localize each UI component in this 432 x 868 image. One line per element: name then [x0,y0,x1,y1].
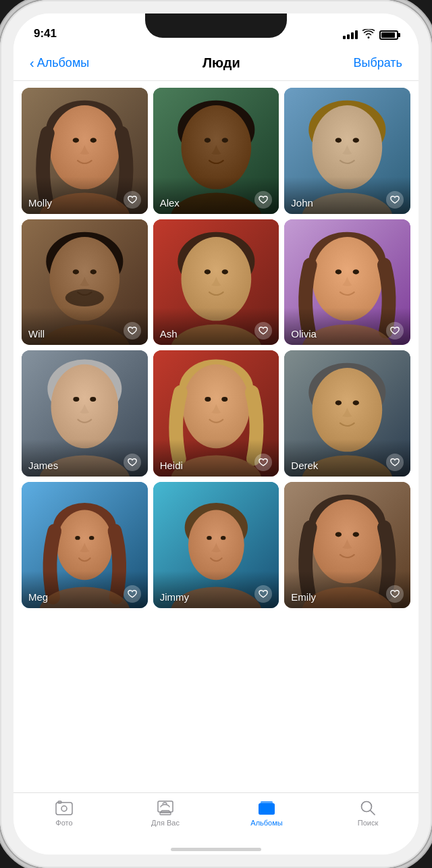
person-cell-meg[interactable]: Meg [22,482,148,608]
heart-button-james[interactable] [124,454,141,471]
person-cell-john[interactable]: John [284,88,410,214]
svg-rect-78 [259,803,275,815]
photo-overlay-john: John [284,177,410,214]
photo-overlay-derek: Derek [284,439,410,477]
person-cell-jimmy[interactable]: Jimmy [153,482,279,608]
svg-point-75 [61,806,67,811]
person-cell-alex[interactable]: Alex [153,88,279,214]
person-cell-james[interactable]: James [22,350,148,477]
svg-rect-79 [261,801,273,805]
svg-rect-73 [56,803,72,815]
tab-albums-label: Альбомы [250,819,282,827]
person-name-heidi: Heidi [160,460,183,471]
signal-bar-3 [351,32,354,39]
heart-button-will[interactable] [124,322,141,340]
svg-point-21 [73,269,79,274]
person-name-ash: Ash [160,328,178,340]
person-cell-will[interactable]: Will [22,219,148,346]
person-name-derek: Derek [291,460,318,471]
select-button[interactable]: Выбрать [353,56,402,70]
person-cell-heidi[interactable]: Heidi [153,350,279,477]
svg-point-29 [221,269,227,274]
battery-fill [381,32,395,38]
photo-overlay-jimmy: Jimmy [153,571,279,608]
back-button[interactable]: ‹ Альбомы [30,56,89,71]
photo-overlay-emily: Emily [284,571,410,608]
heart-button-john[interactable] [386,191,404,209]
svg-point-65 [221,536,225,540]
tab-search[interactable]: Поиск [344,800,392,827]
home-bar [171,848,261,851]
person-cell-olivia[interactable]: Olivia [284,219,410,346]
phone-screen: 9:41 [14,13,418,855]
svg-point-4 [90,138,97,142]
tab-photos-label: Фото [55,819,72,827]
person-name-alex: Alex [160,197,180,209]
foryou-icon [156,800,175,816]
svg-point-35 [353,269,359,274]
home-indicator [14,849,418,855]
photo-overlay-heidi: Heidi [153,439,279,477]
person-cell-derek[interactable]: Derek [284,350,410,477]
svg-point-9 [204,138,210,142]
tab-albums[interactable]: Альбомы [243,800,290,827]
svg-point-64 [207,536,211,540]
person-name-molly: Molly [28,197,52,209]
photo-overlay-olivia: Olivia [284,308,410,345]
tab-bar: Фото Для Вас [14,792,418,849]
svg-point-41 [90,397,96,402]
tab-foryou-label: Для Вас [151,819,180,827]
photo-overlay-molly: Molly [22,177,148,214]
search-icon [358,800,377,816]
svg-line-81 [371,811,375,815]
svg-point-10 [221,138,227,142]
person-cell-ash[interactable]: Ash [153,219,279,346]
heart-button-emily[interactable] [386,585,404,603]
status-icons [343,29,398,42]
svg-point-3 [73,138,79,142]
heart-button-heidi[interactable] [254,454,272,471]
signal-bar-1 [343,36,346,39]
content-area: Molly [14,81,418,792]
svg-point-28 [204,269,210,274]
page-title: Люди [202,55,240,71]
svg-point-47 [221,397,227,402]
albums-icon [257,800,276,816]
person-cell-molly[interactable]: Molly [22,88,148,214]
heart-button-meg[interactable] [124,585,141,603]
svg-point-22 [90,269,97,274]
heart-button-ash[interactable] [254,322,272,340]
person-name-meg: Meg [28,591,48,603]
photo-overlay-meg: Meg [22,571,148,608]
battery-icon [379,30,398,40]
tab-photos[interactable]: Фото [40,800,88,827]
person-name-olivia: Olivia [291,328,317,340]
svg-point-40 [73,397,79,402]
svg-point-15 [335,138,342,142]
photo-overlay-james: James [22,439,148,477]
nav-bar: ‹ Альбомы Люди Выбрать [14,46,418,81]
tab-foryou[interactable]: Для Вас [142,800,189,827]
heart-button-derek[interactable] [386,454,404,471]
svg-point-34 [335,269,342,274]
heart-button-molly[interactable] [124,191,141,209]
heart-button-olivia[interactable] [386,322,404,340]
people-grid: Molly [22,88,410,608]
svg-point-16 [353,138,359,142]
signal-bar-2 [347,34,350,39]
svg-point-59 [89,536,94,540]
person-cell-emily[interactable]: Emily [284,482,410,608]
person-name-john: John [291,197,313,209]
svg-point-52 [335,400,342,405]
signal-bars-icon [343,30,358,39]
svg-rect-77 [160,813,171,815]
person-name-james: James [28,460,58,471]
heart-button-alex[interactable] [254,191,272,209]
photo-overlay-alex: Alex [153,177,279,214]
chevron-left-icon: ‹ [30,55,34,71]
person-name-emily: Emily [291,591,316,603]
svg-point-71 [353,532,359,537]
notch [145,13,287,38]
heart-button-jimmy[interactable] [254,585,272,603]
svg-point-23 [65,289,104,306]
